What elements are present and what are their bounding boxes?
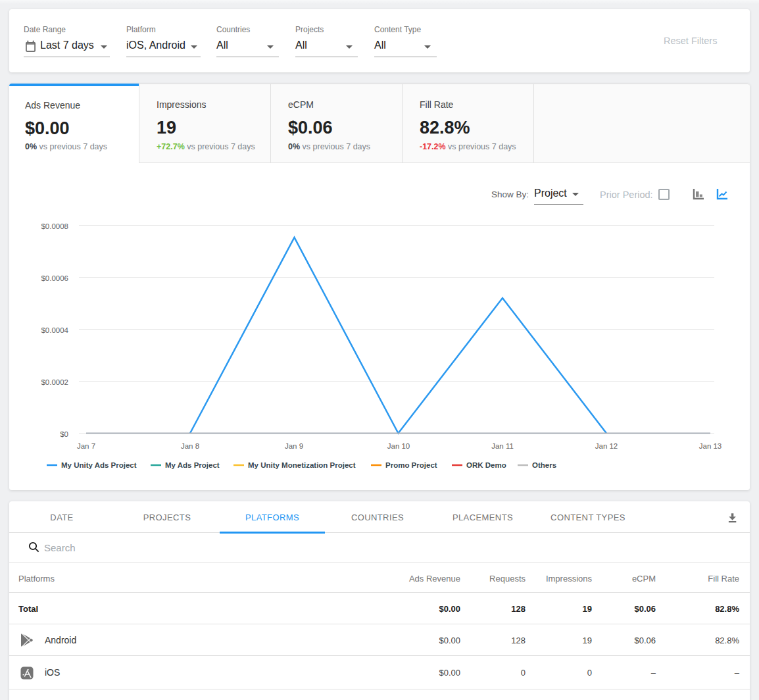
svg-text:Jan 11: Jan 11 bbox=[491, 442, 514, 450]
svg-text:Jan 10: Jan 10 bbox=[387, 442, 410, 450]
svg-text:My Unity Ads Project: My Unity Ads Project bbox=[61, 461, 137, 469]
svg-text:$0: $0 bbox=[60, 430, 68, 438]
svg-text:$0.0002: $0.0002 bbox=[41, 378, 68, 386]
svg-text:Jan 9: Jan 9 bbox=[285, 442, 303, 450]
svg-text:Promo Project: Promo Project bbox=[385, 461, 437, 469]
svg-text:Jan 12: Jan 12 bbox=[595, 442, 618, 450]
svg-text:$0.0006: $0.0006 bbox=[41, 274, 68, 282]
svg-text:Jan 8: Jan 8 bbox=[181, 442, 199, 450]
svg-text:My Unity Monetization Project: My Unity Monetization Project bbox=[248, 461, 356, 469]
svg-text:Jan 13: Jan 13 bbox=[699, 442, 722, 450]
svg-text:Jan 7: Jan 7 bbox=[77, 442, 95, 450]
svg-text:$0.0008: $0.0008 bbox=[41, 222, 68, 230]
svg-text:ORK Demo: ORK Demo bbox=[466, 461, 506, 469]
svg-text:My Ads Project: My Ads Project bbox=[165, 461, 220, 469]
svg-text:$0.0004: $0.0004 bbox=[41, 326, 68, 334]
svg-text:Others: Others bbox=[532, 461, 556, 469]
